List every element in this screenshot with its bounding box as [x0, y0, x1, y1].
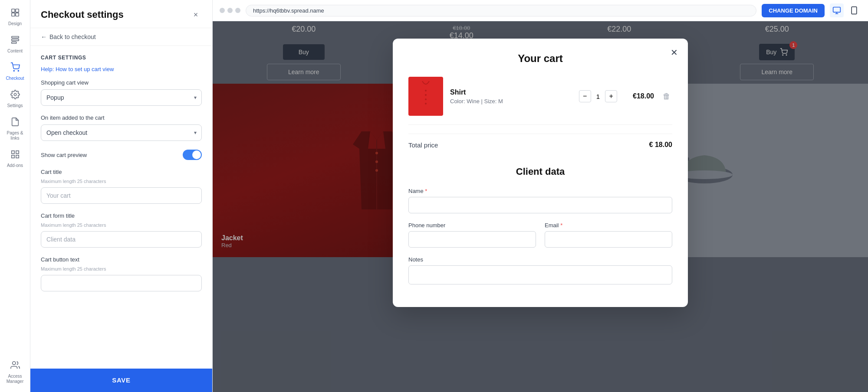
cart-title-input[interactable]	[41, 187, 202, 204]
on-item-added-field: On item added to the cart Open checkout …	[41, 114, 202, 141]
name-required: *	[425, 188, 427, 194]
toggle-knob	[192, 150, 201, 159]
pages-icon	[10, 117, 20, 129]
cart-settings-section-title: CART SETTINGS	[41, 55, 202, 61]
svg-point-14	[12, 362, 15, 365]
sidebar-item-settings[interactable]: Settings	[2, 86, 28, 112]
access-manager-icon	[10, 360, 20, 372]
store-preview: €20.00 €18.00 €14.00 €22.00 €25.00 Buy B…	[213, 21, 868, 392]
svg-point-32	[425, 103, 427, 105]
cart-modal: ✕ Your cart	[393, 39, 688, 307]
email-input[interactable]	[545, 231, 672, 248]
cart-form-title-sublabel: Maximum length 25 characters	[41, 222, 202, 228]
email-required: *	[560, 222, 562, 229]
cart-form-title-label: Cart form title	[41, 212, 202, 219]
panel-title: Checkout settings	[41, 9, 124, 20]
mobile-icon[interactable]	[847, 3, 861, 17]
delete-item-button[interactable]: 🗑	[661, 90, 672, 103]
close-button[interactable]: ×	[190, 9, 202, 21]
cart-button-text-field: Cart button text Maximum length 25 chara…	[41, 256, 202, 291]
on-item-added-label: On item added to the cart	[41, 114, 202, 121]
shopping-cart-view-label: Shopping cart view	[41, 79, 202, 86]
name-field: Name *	[408, 188, 672, 213]
cart-form-title-field: Cart form title Maximum length 25 charac…	[41, 212, 202, 248]
name-input[interactable]	[408, 197, 672, 213]
qty-decrease-button[interactable]: −	[579, 90, 591, 102]
sidebar-item-access-manager-label: Access Manager	[4, 374, 26, 384]
browser-dots	[220, 8, 240, 13]
svg-rect-11	[16, 151, 18, 154]
cart-form-title-input[interactable]	[41, 231, 202, 248]
name-label: Name *	[408, 188, 672, 194]
show-cart-preview-row: Show cart preview	[41, 150, 202, 160]
qty-increase-button[interactable]: +	[605, 90, 617, 102]
notes-input[interactable]	[408, 265, 672, 284]
save-button[interactable]: SAVE	[41, 376, 202, 384]
browser-dot-3	[235, 8, 240, 13]
back-to-checkout[interactable]: ← Back to checkout	[30, 28, 212, 46]
change-domain-button[interactable]: CHANGE DOMAIN	[762, 4, 825, 17]
svg-rect-6	[11, 42, 16, 44]
help-link[interactable]: Help: How to set up cart view	[41, 66, 202, 72]
sidebar: Design Content Checkout Settings Pages &…	[0, 0, 30, 392]
shirt-image	[408, 77, 443, 116]
sidebar-item-pages-label: Pages & links	[4, 131, 26, 141]
sidebar-item-addons[interactable]: Add-ons	[2, 146, 28, 172]
on-item-added-select-wrapper: Open checkout Show notification Nothing …	[41, 124, 202, 141]
cart-item-info: Shirt Color: Wine | Size: M	[450, 88, 572, 105]
qty-number: 1	[596, 93, 600, 100]
shopping-cart-view-select[interactable]: Popup Side panel Fullscreen	[41, 89, 202, 106]
desktop-icon[interactable]	[830, 3, 844, 17]
sidebar-item-settings-label: Settings	[7, 103, 23, 108]
save-bar: SAVE	[30, 369, 212, 392]
show-cart-preview-label: Show cart preview	[41, 152, 87, 158]
on-item-added-select[interactable]: Open checkout Show notification Nothing	[41, 124, 202, 141]
email-label: Email *	[545, 222, 672, 229]
back-arrow-icon: ←	[41, 33, 47, 40]
cart-button-text-input[interactable]	[41, 275, 202, 291]
cart-title-label: Cart title	[41, 169, 202, 175]
sidebar-item-content-label: Content	[7, 49, 23, 54]
shopping-cart-view-select-wrapper: Popup Side panel Fullscreen ▾	[41, 89, 202, 106]
shopping-cart-view-field: Shopping cart view Popup Side panel Full…	[41, 79, 202, 106]
sidebar-item-access-manager[interactable]: Access Manager	[2, 357, 28, 388]
phone-email-row: Phone number Email *	[408, 222, 672, 256]
modal-close-button[interactable]: ✕	[667, 46, 681, 59]
svg-rect-3	[15, 13, 18, 16]
total-row: Total price € 18.00	[408, 134, 672, 156]
notes-field: Notes	[408, 256, 672, 284]
phone-label: Phone number	[408, 222, 536, 229]
sidebar-item-design[interactable]: Design	[2, 4, 28, 30]
addons-icon	[10, 150, 20, 161]
browser-dot-1	[220, 8, 225, 13]
svg-rect-13	[11, 155, 14, 158]
client-data-title: Client data	[408, 166, 672, 177]
cart-title-sublabel: Maximum length 25 characters	[41, 179, 202, 184]
total-amount: € 18.00	[649, 141, 672, 149]
total-label: Total price	[408, 141, 438, 149]
content-icon	[10, 35, 20, 47]
back-label: Back to checkout	[49, 33, 96, 40]
svg-rect-2	[11, 13, 14, 16]
sidebar-item-checkout[interactable]: Checkout	[2, 59, 28, 85]
cart-item-attrs: Color: Wine | Size: M	[450, 98, 572, 105]
svg-point-31	[425, 98, 427, 100]
svg-point-7	[13, 70, 14, 71]
show-cart-preview-toggle[interactable]	[183, 150, 202, 160]
sidebar-item-checkout-label: Checkout	[6, 76, 24, 81]
browser-url[interactable]: https://hq6tbbv.spread.name	[246, 5, 756, 16]
sidebar-item-design-label: Design	[8, 21, 22, 26]
svg-rect-15	[833, 7, 841, 13]
checkout-icon	[10, 62, 20, 74]
cart-item: Shirt Color: Wine | Size: M − 1 + €18.00…	[408, 77, 672, 125]
panel-content: CART SETTINGS Help: How to set up cart v…	[30, 46, 212, 369]
phone-input[interactable]	[408, 231, 536, 248]
svg-rect-5	[11, 39, 19, 41]
settings-panel: Checkout settings × ← Back to checkout C…	[30, 0, 213, 392]
sidebar-item-pages[interactable]: Pages & links	[2, 114, 28, 144]
sidebar-item-content[interactable]: Content	[2, 32, 28, 57]
notes-label: Notes	[408, 256, 672, 263]
svg-rect-1	[15, 9, 18, 12]
cart-item-name: Shirt	[450, 88, 572, 96]
cart-item-price: €18.00	[633, 92, 654, 100]
